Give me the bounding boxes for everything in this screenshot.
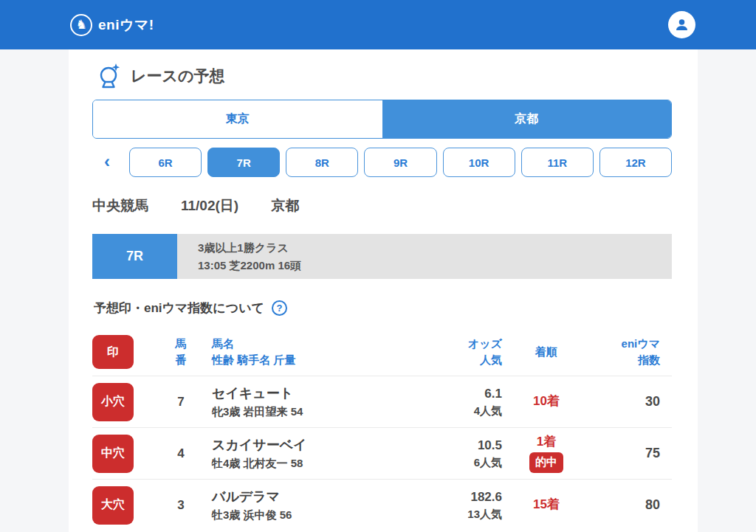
horse-name-cell: セイキュート 牝3歳 岩田望来 54	[212, 384, 369, 421]
race-info-body: 3歳以上1勝クラス 13:05 芝2200m 16頭	[177, 234, 672, 279]
page-heading: レースの予想	[92, 63, 672, 89]
popularity: 13人気	[369, 506, 502, 523]
popularity: 6人気	[369, 455, 502, 471]
race-venue: 京都	[271, 196, 299, 215]
race-button-11r[interactable]: 11R	[521, 148, 594, 177]
race-meta-row: 中央競馬 11/02(日) 京都	[92, 196, 672, 215]
horse-detail: 牡3歳 浜中俊 56	[212, 507, 369, 524]
mark-badge: 中穴	[92, 435, 134, 473]
index-value: 30	[591, 394, 672, 410]
horse-detail: 牝3歳 岩田望来 54	[212, 404, 369, 421]
race-number-nav: ‹ 6R 7R 8R 9R 10R 11R 12R	[92, 148, 672, 177]
race-class: 3歳以上1勝クラス	[198, 239, 672, 256]
result-cell: 15着	[502, 497, 591, 514]
app-logo[interactable]: ♞ eniウマ!	[70, 14, 154, 36]
odds-cell: 182.6 13人気	[369, 488, 502, 523]
about-row: 予想印・eniウマ指数について ?	[92, 300, 672, 317]
odds-value: 10.5	[369, 436, 502, 455]
race-button-10r[interactable]: 10R	[443, 148, 515, 177]
result-rank: 15着	[502, 497, 591, 514]
index-value: 80	[591, 497, 672, 513]
mark-badge: 大穴	[92, 486, 134, 525]
race-organization: 中央競馬	[92, 196, 148, 215]
result-rank: 10着	[502, 393, 591, 410]
result-rank: 1着	[502, 434, 591, 451]
mark-badge: 小穴	[92, 383, 134, 421]
race-button-6r[interactable]: 6R	[129, 148, 202, 177]
horse-name-cell: スカイサーベイ 牡4歳 北村友一 58	[212, 435, 369, 472]
hit-badge: 的中	[529, 452, 563, 472]
odds-value: 6.1	[369, 384, 502, 404]
venue-tab-kyoto[interactable]: 京都	[382, 100, 672, 138]
page-title: レースの予想	[131, 66, 224, 86]
header-mark: 印	[92, 335, 150, 369]
odds-cell: 6.1 4人気	[369, 384, 502, 420]
race-button-9r[interactable]: 9R	[364, 148, 436, 177]
header-horse-number: 馬 番	[150, 336, 212, 369]
header-result: 着順	[502, 344, 591, 361]
odds-cell: 10.5 6人気	[369, 436, 502, 471]
app-bar: ♞ eniウマ!	[0, 0, 756, 49]
about-label: 予想印・eniウマ指数について	[94, 300, 264, 317]
horse-name: バルデラマ	[212, 487, 369, 507]
result-cell: 10着	[502, 393, 591, 410]
help-icon[interactable]: ?	[272, 300, 287, 316]
user-icon	[674, 17, 690, 32]
race-info-box: 7R 3歳以上1勝クラス 13:05 芝2200m 16頭	[92, 234, 672, 279]
horse-name-cell: バルデラマ 牡3歳 浜中俊 56	[212, 487, 369, 524]
chevron-left-icon[interactable]: ‹	[92, 153, 122, 173]
result-cell: 1着 的中	[502, 434, 591, 472]
horse-detail: 牡4歳 北村友一 58	[212, 455, 369, 472]
header-horse-name: 馬名 性齢 騎手名 斤量	[212, 336, 369, 369]
main-content: レースの予想 東京 京都 ‹ 6R 7R 8R 9R 10R 11R 12R 中…	[69, 49, 698, 532]
user-avatar-button[interactable]	[668, 11, 695, 38]
horse-name: セイキュート	[212, 384, 369, 404]
index-value: 75	[591, 446, 672, 461]
race-button-7r[interactable]: 7R	[207, 148, 280, 177]
app-logo-text: eniウマ!	[98, 15, 154, 35]
race-button-list: 6R 7R 8R 9R 10R 11R 12R	[129, 148, 672, 177]
header-index: eniウマ 指数	[591, 336, 672, 369]
mark-header-badge: 印	[92, 335, 134, 369]
race-detail: 13:05 芝2200m 16頭	[198, 257, 672, 274]
table-row: 大穴 3 バルデラマ 牡3歳 浜中俊 56 182.6 13人気 15着 80	[92, 479, 672, 531]
race-button-12r[interactable]: 12R	[599, 148, 672, 177]
odds-value: 182.6	[369, 488, 502, 507]
venue-tab-group: 東京 京都	[92, 100, 672, 139]
table-row: 小穴 7 セイキュート 牝3歳 岩田望来 54 6.1 4人気 10着 30	[92, 376, 672, 427]
table-row: 中穴 4 スカイサーベイ 牡4歳 北村友一 58 10.5 6人気 1着 的中 …	[92, 427, 672, 479]
horse-number: 7	[150, 395, 212, 410]
venue-tab-tokyo[interactable]: 東京	[93, 100, 382, 138]
horse-logo-icon: ♞	[70, 14, 92, 36]
horse-number: 4	[150, 446, 212, 461]
popularity: 4人気	[369, 403, 502, 420]
crystal-ball-icon	[98, 63, 122, 89]
horse-name: スカイサーベイ	[212, 435, 369, 455]
header-odds: オッズ 人気	[369, 336, 502, 369]
race-button-8r[interactable]: 8R	[286, 148, 358, 177]
table-header-row: 印 馬 番 馬名 性齢 騎手名 斤量 オッズ 人気 着順 eniウマ 指数	[92, 328, 672, 376]
prediction-table: 印 馬 番 馬名 性齢 騎手名 斤量 オッズ 人気 着順 eniウマ 指数 小穴	[92, 328, 672, 531]
race-date: 11/02(日)	[181, 196, 238, 215]
race-info-number: 7R	[92, 234, 177, 279]
horse-number: 3	[150, 498, 212, 513]
